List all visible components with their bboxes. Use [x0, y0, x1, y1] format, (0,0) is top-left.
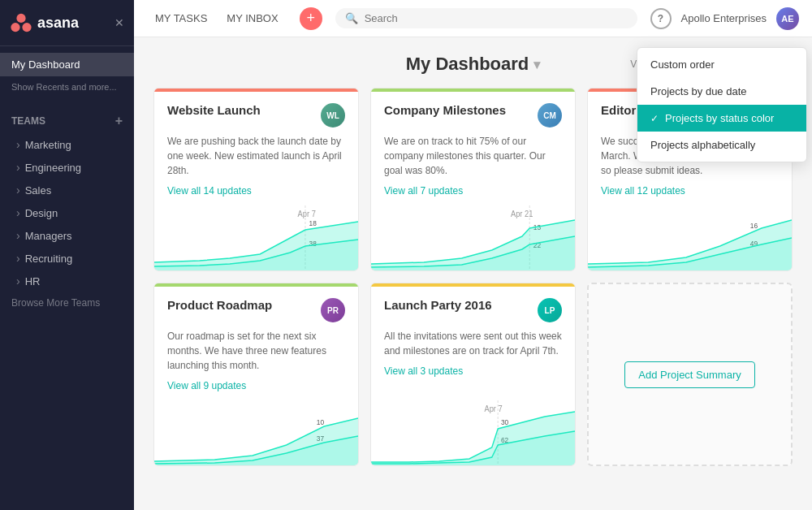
avatar: AE	[776, 7, 799, 30]
help-icon[interactable]: ?	[650, 8, 672, 29]
close-button[interactable]: ✕	[114, 16, 124, 29]
chart-svg: 10 37	[154, 400, 358, 465]
topbar: MY TASKS MY INBOX + 🔍 ? Apollo Enterpris…	[134, 0, 812, 37]
view-dropdown: Custom order Projects by due date ✓ Proj…	[637, 47, 807, 162]
sidebar-item-engineering[interactable]: Engineering	[0, 156, 134, 179]
card-link[interactable]: View all 14 updates	[167, 185, 252, 197]
card-body: Company Milestones CM We are on track to…	[371, 92, 575, 197]
dropdown-by-due-date[interactable]: Projects by due date	[637, 78, 806, 105]
my-tasks-nav[interactable]: MY TASKS	[147, 7, 215, 29]
svg-point-0	[16, 14, 25, 23]
sidebar-logo-area: asana ✕	[0, 0, 134, 46]
dropdown-item-label: Custom order	[650, 58, 715, 71]
dropdown-item-label: Projects by status color	[665, 112, 774, 124]
card-title: Product Roadmap	[167, 298, 272, 312]
card-body: Product Roadmap PR Our roadmap is set fo…	[154, 287, 358, 392]
sidebar-show-recents[interactable]: Show Recents and more...	[0, 76, 134, 97]
chart-svg: Apr 21 13 22	[371, 205, 575, 270]
create-task-button[interactable]: +	[300, 7, 322, 30]
sidebar-item-marketing[interactable]: Marketing	[0, 133, 134, 156]
card-link[interactable]: View all 7 updates	[384, 185, 463, 197]
svg-point-2	[22, 23, 31, 32]
sidebar-nav: My Dashboard Show Recents and more...	[0, 46, 134, 104]
card-chart: Apr 7 18 38	[154, 205, 358, 270]
add-team-icon[interactable]: +	[115, 114, 123, 128]
card-avatar: PR	[321, 298, 345, 322]
card-title: Launch Party 2016	[384, 298, 492, 312]
my-inbox-nav[interactable]: MY INBOX	[218, 7, 286, 29]
card-header: Company Milestones CM	[384, 103, 562, 128]
svg-text:10: 10	[317, 418, 324, 426]
sidebar-teams-header: Teams +	[0, 109, 134, 133]
topbar-right: ? Apollo Enterprises AE	[650, 7, 800, 30]
card-body: Website Launch WL We are pushing back th…	[154, 92, 358, 197]
company-name: Apollo Enterprises	[681, 12, 767, 24]
sidebar: asana ✕ My Dashboard Show Recents and mo…	[0, 0, 134, 510]
sidebar-item-dashboard[interactable]: My Dashboard	[0, 53, 134, 76]
card-header: Product Roadmap PR	[167, 298, 345, 322]
card-desc: We are on track to hit 75% of our compan…	[384, 134, 562, 178]
sidebar-item-sales[interactable]: Sales	[0, 179, 134, 201]
card-link[interactable]: View all 9 updates	[167, 380, 246, 391]
dropdown-custom-order[interactable]: Custom order	[637, 51, 806, 78]
search-icon: 🔍	[345, 12, 358, 24]
asana-logo: asana	[10, 11, 79, 34]
search-container: 🔍	[335, 8, 637, 28]
topbar-nav: MY TASKS MY INBOX	[147, 7, 287, 29]
svg-text:Apr 7: Apr 7	[484, 404, 502, 413]
card-body: Launch Party 2016 LP All the invitations…	[371, 287, 575, 392]
sidebar-dashboard-label: My Dashboard	[11, 58, 80, 71]
card-add-project: Add Project Summary	[587, 283, 793, 466]
browse-teams-link[interactable]: Browse More Teams	[0, 292, 134, 313]
card-company-milestones: Company Milestones CM We are on track to…	[370, 88, 576, 271]
card-launch-party: Launch Party 2016 LP All the invitations…	[370, 283, 576, 466]
dropdown-item-label: Projects by due date	[650, 85, 747, 97]
card-avatar: WL	[321, 103, 345, 128]
sidebar-item-recruiting[interactable]: Recruiting	[0, 247, 134, 270]
sidebar-item-managers[interactable]: Managers	[0, 224, 134, 247]
asana-wordmark: asana	[37, 15, 79, 32]
card-desc: Our roadmap is set for the next six mont…	[167, 329, 345, 373]
search-input[interactable]	[365, 12, 628, 24]
sidebar-teams-section: Teams + Marketing Engineering Sales Desi…	[0, 104, 134, 318]
card-avatar: LP	[538, 298, 562, 322]
add-project-button[interactable]: Add Project Summary	[624, 361, 754, 388]
svg-point-1	[11, 23, 19, 32]
dropdown-alphabetically[interactable]: Projects alphabetically	[637, 132, 806, 158]
sidebar-item-hr[interactable]: HR	[0, 270, 134, 292]
svg-text:16: 16	[750, 222, 758, 230]
chart-svg: Apr 7 18 38	[154, 205, 358, 270]
title-chevron-icon[interactable]: ▾	[533, 57, 540, 72]
card-product-roadmap: Product Roadmap PR Our roadmap is set fo…	[153, 283, 359, 466]
card-avatar: CM	[538, 103, 562, 128]
card-title: Website Launch	[167, 103, 261, 117]
dropdown-item-label: Projects alphabetically	[650, 139, 755, 151]
card-chart: Apr 21 13 22	[371, 205, 575, 270]
card-header: Website Launch WL	[167, 103, 345, 128]
sidebar-item-design[interactable]: Design	[0, 201, 134, 224]
card-title: Company Milestones	[384, 103, 506, 117]
card-chart: 16 49	[588, 205, 792, 270]
svg-text:30: 30	[501, 418, 508, 426]
svg-text:Apr 7: Apr 7	[298, 210, 316, 218]
asana-icon	[10, 11, 32, 34]
card-desc: We are pushing back the launch date by o…	[167, 134, 345, 178]
card-chart: Apr 7 30 62	[371, 400, 575, 465]
card-chart: 10 37	[154, 400, 358, 465]
dropdown-by-status-color[interactable]: ✓ Projects by status color	[637, 105, 806, 132]
chart-svg: Apr 7 30 62	[371, 400, 575, 465]
card-desc: All the invitations were sent out this w…	[384, 329, 562, 358]
chart-svg: 16 49	[588, 205, 792, 270]
card-link[interactable]: View all 3 updates	[384, 365, 463, 377]
svg-text:18: 18	[309, 219, 317, 227]
check-icon: ✓	[650, 113, 659, 124]
dashboard-title: My Dashboard ▾	[406, 54, 541, 75]
card-website-launch: Website Launch WL We are pushing back th…	[153, 88, 359, 271]
card-header: Launch Party 2016 LP	[384, 298, 562, 322]
card-link[interactable]: View all 12 updates	[601, 185, 685, 197]
